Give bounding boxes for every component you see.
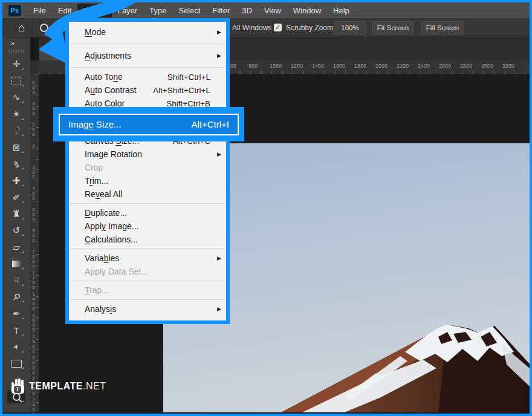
menubar-item-image[interactable]: Image — [77, 4, 111, 18]
v-ruler-label: 600 — [31, 80, 36, 94]
h-ruler-label: 1400 — [312, 63, 324, 69]
brush-tool-icon: ✏ — [10, 190, 22, 204]
menu-item-label: Auto Contrast — [85, 85, 153, 95]
menu-separator — [70, 67, 225, 68]
watermark-tld: .NET — [83, 381, 106, 391]
type-tool[interactable]: T — [7, 323, 25, 337]
history-brush-tool[interactable]: ↺ — [7, 224, 25, 237]
menu-item-adjustments[interactable]: Adjustments▶ — [69, 47, 226, 65]
magic-wand-tool[interactable]: ✶ — [7, 108, 25, 121]
rectangle-tool-icon — [11, 360, 22, 368]
crop-tool[interactable]: ⌞⌝ — [7, 124, 25, 137]
v-ruler-label: 200 — [31, 164, 36, 179]
menu-item-apply-image[interactable]: Apply Image... — [69, 219, 226, 233]
menubar-item-view[interactable]: View — [258, 4, 287, 18]
eraser-tool[interactable]: ▱ — [7, 241, 25, 254]
path-selection-tool[interactable]: ➤ — [7, 340, 25, 354]
h-ruler-label: 2800 — [460, 63, 472, 69]
scrubby-zoom-label: Scrubby Zoom — [286, 24, 333, 32]
eraser-tool-icon: ▱ — [13, 242, 20, 253]
menu-item-trap: Trap... — [69, 284, 226, 297]
menu-item-label: Duplicate... — [85, 208, 220, 218]
lasso-tool[interactable]: ∿ — [7, 91, 25, 104]
clone-stamp-tool[interactable]: ♜ — [7, 207, 25, 221]
h-ruler-label: 1000 — [270, 63, 282, 69]
home-icon[interactable]: ⌂ — [18, 22, 25, 33]
zoom-tool-indicator[interactable]: ▾ — [40, 24, 54, 32]
menu-item-trim[interactable]: Trim... — [69, 174, 226, 187]
menu-item-reveal-all[interactable]: Reveal All — [69, 187, 226, 201]
tools-panel: » ✛∿✶⌞⌝⊠✎✚✏♜↺▱☟⚲✒T➤☝ — [2, 37, 30, 412]
gradient-tool[interactable] — [7, 257, 25, 270]
healing-brush-tool[interactable]: ✚ — [7, 174, 25, 187]
smudge-tool-icon: ☟ — [13, 275, 19, 286]
path-selection-tool-icon: ➤ — [11, 343, 21, 351]
panel-expand-icon[interactable]: » — [2, 37, 30, 47]
move-tool[interactable]: ✛ — [7, 57, 25, 71]
submenu-arrow-icon: ▶ — [217, 306, 221, 312]
menu-item-label: Trap... — [85, 285, 220, 295]
magic-wand-tool-icon: ✶ — [11, 108, 22, 120]
panel-grip[interactable] — [8, 50, 24, 53]
h-ruler-label: 3200 — [502, 63, 514, 69]
brush-tool[interactable]: ✏ — [7, 190, 25, 204]
menubar-item-window[interactable]: Window — [287, 4, 327, 18]
smudge-tool[interactable]: ☟ — [7, 274, 25, 287]
photoshop-window: Ps FileEditImageLayerTypeSelectFilter3DV… — [0, 0, 532, 416]
menu-item-label: Variables — [85, 253, 220, 263]
chevron-down-icon: ▾ — [51, 25, 54, 30]
photoshop-logo: Ps — [8, 5, 21, 16]
menu-item-analysis[interactable]: Analysis▶ — [69, 302, 226, 316]
frame-tool[interactable]: ⊠ — [7, 141, 25, 154]
fit-screen-button[interactable]: Fit Screen — [372, 21, 414, 34]
menubar-item-file[interactable]: File — [27, 4, 52, 18]
h-ruler-label: 1200 — [291, 63, 303, 69]
menu-item-variables[interactable]: Variables▶ — [69, 252, 226, 265]
v-ruler-label: 1000 — [31, 249, 36, 268]
menubar-item-type[interactable]: Type — [143, 4, 172, 18]
menubar-item-select[interactable]: Select — [172, 4, 206, 18]
menubar-items: FileEditImageLayerTypeSelectFilter3DView… — [27, 4, 355, 18]
move-tool-icon: ✛ — [13, 59, 21, 70]
menu-item-image-size[interactable]: Image Size... Alt+Ctrl+I — [59, 114, 239, 135]
menu-item-mode[interactable]: Mode▶ — [69, 23, 226, 41]
image-size-label: Image Size... — [68, 119, 191, 129]
menu-separator — [70, 44, 225, 44]
menubar-item-help[interactable]: Help — [327, 4, 355, 18]
all-windows-label[interactable]: All Windows — [232, 24, 271, 32]
eyedropper-tool[interactable]: ✎ — [7, 157, 25, 171]
menu-item-calculations[interactable]: Calculations... — [69, 233, 226, 246]
menu-item-label: Mode — [85, 27, 220, 37]
h-ruler-label: 1600 — [333, 63, 345, 69]
menu-item-apply-data-set: Apply Data Set... — [69, 265, 226, 278]
zoom-100-button[interactable]: 100% — [334, 21, 366, 34]
dodge-tool[interactable]: ⚲ — [7, 290, 25, 304]
scrubby-zoom-checkbox[interactable]: ✓ — [274, 24, 282, 31]
menu-item-duplicate[interactable]: Duplicate... — [69, 206, 226, 219]
watermark-brand: TEMPLATE — [29, 381, 83, 391]
h-ruler-label: 2400 — [418, 63, 430, 69]
menubar-item-layer[interactable]: Layer — [112, 4, 144, 18]
scrubby-zoom-option[interactable]: ✓ Scrubby Zoom — [274, 24, 333, 32]
h-ruler-label: 2000 — [375, 63, 388, 69]
pen-tool[interactable]: ✒ — [7, 307, 25, 320]
h-ruler-label: 3000 — [481, 63, 493, 69]
h-ruler-label: 1800 — [354, 63, 366, 69]
menu-item-label: Reveal All — [85, 189, 220, 199]
v-ruler-label: 600 — [31, 207, 36, 221]
rectangular-marquee-tool[interactable] — [7, 74, 25, 88]
fill-screen-button[interactable]: Fill Screen — [421, 21, 464, 34]
v-ruler-label: 400 — [31, 101, 36, 115]
rectangle-tool[interactable] — [7, 357, 25, 370]
menu-item-shortcut: Shift+Ctrl+L — [167, 73, 210, 82]
menu-item-image-rotation[interactable]: Image Rotation▶ — [69, 148, 226, 161]
menu-item-label: Trim... — [85, 176, 220, 186]
menu-item-auto-contrast[interactable]: Auto ContrastAlt+Shift+Ctrl+L — [69, 83, 226, 97]
submenu-arrow-icon: ▶ — [217, 255, 221, 261]
v-ruler-label: 1800 — [31, 334, 36, 353]
menubar-item-edit[interactable]: Edit — [52, 4, 77, 18]
menubar-item-filter[interactable]: Filter — [206, 4, 236, 18]
menu-item-auto-tone[interactable]: Auto ToneShift+Ctrl+L — [69, 70, 226, 83]
menu-item-label: Apply Image... — [85, 221, 220, 231]
menubar-item-3d[interactable]: 3D — [236, 4, 258, 18]
